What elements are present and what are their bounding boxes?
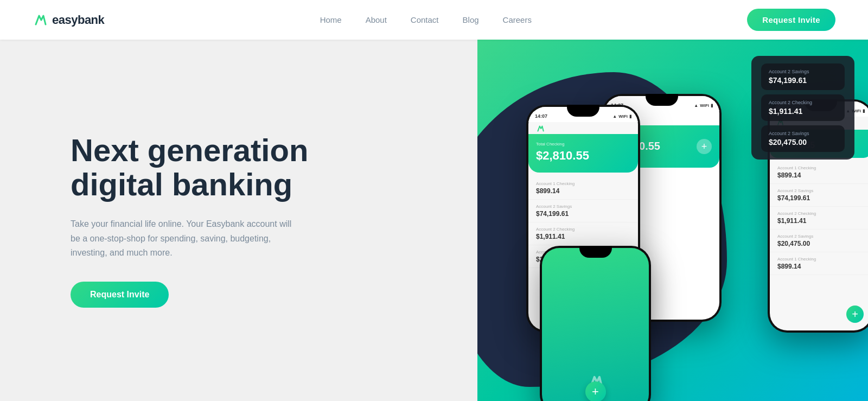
card-account-2: Account 2 Checking $1,911.41	[761, 94, 845, 121]
nav-home[interactable]: Home	[320, 15, 342, 24]
hero-section: Next generation digital banking Take you…	[0, 40, 868, 401]
hero-visual: Account 2 Savings $74,199.61 Account 2 C…	[477, 40, 868, 401]
nav-careers[interactable]: Careers	[503, 15, 532, 24]
phone-third-fab[interactable]: +	[585, 381, 606, 401]
hero-cta-button[interactable]: Request Invite	[71, 282, 169, 308]
phone-main-header: Total Checking $2,810.55	[528, 134, 638, 173]
phone-notch-main	[567, 105, 599, 117]
nav-contact[interactable]: Contact	[411, 15, 439, 24]
hero-content: Next generation digital banking Take you…	[0, 40, 477, 401]
phone-third: +	[540, 246, 651, 401]
hero-description: Take your financial life online. Your Ea…	[71, 217, 298, 260]
phone-logo	[528, 122, 638, 134]
nav-about[interactable]: About	[366, 15, 387, 24]
phone-notch-second	[646, 94, 678, 106]
phone-right-row-1: Account 2 Savings $74,199.61	[770, 184, 868, 207]
card-account-1: Account 2 Savings $74,199.61	[761, 63, 845, 90]
header: easybank Home About Contact Blog Careers…	[0, 0, 868, 40]
phone-account-row-0: Account 1 Checking $899.14	[528, 177, 638, 200]
phone-account-row-2: Account 2 Checking $1,911.41	[528, 222, 638, 245]
phone-right-fab[interactable]: +	[846, 305, 864, 323]
main-nav: Home About Contact Blog Careers	[320, 15, 532, 24]
phone-right-row-4: Account 1 Checking $899.14	[770, 252, 868, 275]
phone-second-plus[interactable]: +	[697, 139, 712, 154]
brand-name: easybank	[52, 13, 104, 27]
logo-icon	[33, 12, 48, 28]
phone-right-row-3: Account 2 Savings $20,475.00	[770, 230, 868, 252]
card-account-3: Account 2 Savings $20,475.00	[761, 125, 845, 152]
phone-notch-third	[579, 246, 612, 258]
phone-screen-third: +	[542, 248, 649, 401]
phone-account-row-1: Account 2 Savings $74,199.61	[528, 200, 638, 222]
top-right-card: Account 2 Savings $74,199.61 Account 2 C…	[751, 56, 854, 160]
phone-right-row-2: Account 2 Checking $1,911.41	[770, 207, 868, 230]
request-invite-button[interactable]: Request Invite	[747, 9, 835, 31]
logo: easybank	[33, 12, 104, 28]
status-icons: ▲ WiFi ▮	[612, 114, 631, 119]
nav-blog[interactable]: Blog	[463, 15, 479, 24]
phone-right-row-0: Account 1 Checking $899.14	[770, 161, 868, 184]
hero-title: Next generation digital banking	[71, 133, 353, 202]
